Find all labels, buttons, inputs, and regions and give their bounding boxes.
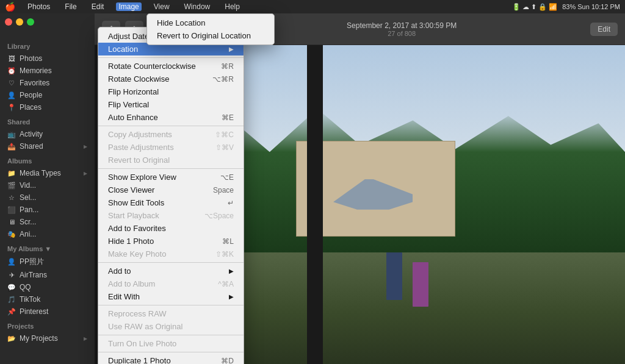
- photos-icon: 🖼: [7, 54, 16, 63]
- sidebar-item-people[interactable]: 👤 People: [0, 89, 95, 101]
- menu-add-to[interactable]: Add to ▶: [98, 265, 244, 277]
- menu-duplicate-photo[interactable]: Duplicate 1 Photo ⌘D: [98, 354, 244, 364]
- sidebar-item-pp[interactable]: 👤 PP照片: [0, 255, 95, 269]
- menu-add-to-album[interactable]: Add to Album ^⌘A: [98, 277, 244, 290]
- image-menu: Adjust Date and Time... Location ▶ Rotat…: [98, 27, 244, 364]
- menubar-file[interactable]: File: [62, 2, 79, 11]
- sidebar-item-animated[interactable]: 🎭 Ani...: [0, 228, 95, 240]
- projects-section-label: Projects: [0, 318, 95, 332]
- heart-icon: ♡: [7, 79, 16, 87]
- sidebar-item-qq[interactable]: 💬 QQ: [0, 281, 95, 293]
- sidebar-item-screenshots[interactable]: 🖥 Scr...: [0, 216, 95, 228]
- album-icon: 👤: [7, 258, 16, 266]
- sidebar-item-pinterest[interactable]: 📌 Pinterest: [0, 305, 95, 318]
- album-icon: 🎵: [7, 295, 16, 304]
- sidebar-item-label: Pinterest: [20, 307, 48, 316]
- battery-wifi-icons: 🔋 ☁ ⬆ 🔒 📶: [512, 3, 557, 11]
- menu-auto-enhance[interactable]: Auto Enhance ⌘E: [98, 111, 244, 124]
- menu-start-playback[interactable]: Start Playback ⌥Space: [98, 209, 244, 222]
- edit-button[interactable]: Edit: [590, 23, 618, 36]
- menu-item-label: Make Key Photo: [108, 249, 166, 259]
- sidebar-item-tiktok[interactable]: 🎵 TikTok: [0, 293, 95, 305]
- menu-use-raw[interactable]: Use RAW as Original: [98, 320, 244, 333]
- menu-live-photo[interactable]: Turn On Live Photo: [98, 337, 244, 350]
- menu-item-label: Show Edit Tools: [108, 198, 164, 207]
- sidebar-item-shared[interactable]: 📤 Shared: [0, 140, 95, 152]
- menu-make-key-photo[interactable]: Make Key Photo ⇧⌘K: [98, 248, 244, 260]
- sidebar-item-airtrans[interactable]: ✈ AirTrans: [0, 269, 95, 281]
- sidebar-item-panoramas[interactable]: ⬛ Pan...: [0, 204, 95, 216]
- sidebar-item-label: QQ: [20, 283, 31, 291]
- sidebar-item-label: Sel...: [20, 193, 36, 202]
- maximize-button[interactable]: [27, 18, 34, 26]
- menu-add-favorites[interactable]: Add to Favorites: [98, 222, 244, 235]
- submenu-revert-location[interactable]: Revert to Original Location: [147, 29, 274, 42]
- submenu-hide-location[interactable]: Hide Location: [147, 16, 274, 29]
- shared-icon: 📤: [7, 142, 16, 151]
- menubar-photos[interactable]: Photos: [25, 2, 52, 11]
- menu-copy-adjustments[interactable]: Copy Adjustments ⇧⌘C: [98, 128, 244, 141]
- close-button[interactable]: [5, 18, 12, 26]
- shortcut-label: ^⌘A: [218, 280, 234, 288]
- menu-hide-photo[interactable]: Hide 1 Photo ⌘L: [98, 235, 244, 248]
- shared-section-label: Shared: [0, 113, 95, 128]
- menubar-status: 🔋 ☁ ⬆ 🔒 📶 83% Sun 10:12 PM: [512, 3, 620, 11]
- menu-close-viewer[interactable]: Close Viewer Space: [98, 184, 244, 196]
- album-icon: 📌: [7, 307, 16, 316]
- menu-show-explore[interactable]: Show Explore View ⌥E: [98, 171, 244, 184]
- minimize-button[interactable]: [16, 18, 23, 26]
- sidebar-item-label: TikTok: [20, 295, 40, 304]
- menu-item-label: Paste Adjustments: [108, 143, 174, 152]
- menu-item-label: Turn On Live Photo: [108, 339, 176, 348]
- sidebar-item-photos[interactable]: 🖼 Photos: [0, 52, 95, 65]
- apple-menu[interactable]: 🍎: [5, 2, 15, 12]
- photo-person-1: [386, 252, 402, 300]
- menu-item-label: Rotate Clockwise: [108, 74, 169, 84]
- sidebar-item-my-projects[interactable]: 📂 My Projects: [0, 332, 95, 344]
- sidebar-item-label: Favorites: [20, 79, 49, 87]
- photo-count: 27 of 808: [388, 30, 416, 37]
- menu-item-label: Reprocess RAW: [108, 309, 167, 318]
- menu-item-label: Duplicate 1 Photo: [108, 356, 171, 364]
- menu-item-label: Add to Album: [108, 279, 155, 288]
- menu-rotate-ccw[interactable]: Rotate Counterclockwise ⌘R: [98, 60, 244, 73]
- sidebar-item-places[interactable]: 📍 Places: [0, 101, 95, 113]
- shortcut-label: ⇧⌘C: [215, 130, 234, 139]
- sidebar-item-memories[interactable]: ⏰ Memories: [0, 65, 95, 77]
- menu-edit-with[interactable]: Edit With ▶: [98, 290, 244, 303]
- menu-item-label: Add to Favorites: [108, 224, 166, 233]
- menu-show-edit-tools[interactable]: Show Edit Tools ↵: [98, 196, 244, 209]
- shortcut-label: ⌘D: [221, 357, 234, 365]
- video-icon: 🎬: [7, 181, 16, 190]
- menubar-help[interactable]: Help: [222, 2, 242, 11]
- sidebar-item-media-types[interactable]: 📁 Media Types: [0, 167, 95, 179]
- menu-rotate-cw[interactable]: Rotate Clockwise ⌥⌘R: [98, 73, 244, 85]
- photo-pillar: [307, 45, 323, 364]
- menu-item-label: Flip Vertical: [108, 100, 149, 109]
- sidebar-item-videos[interactable]: 🎬 Vid...: [0, 179, 95, 191]
- menu-flip-h[interactable]: Flip Horizontal: [98, 85, 244, 98]
- sidebar-item-label: AirTrans: [20, 271, 47, 279]
- sidebar-item-label: My Projects: [20, 334, 58, 343]
- library-section-label: Library: [0, 38, 95, 52]
- sidebar-item-activity[interactable]: 📺 Activity: [0, 128, 95, 140]
- selfie-icon: ☆: [7, 193, 16, 202]
- sidebar-item-selfies[interactable]: ☆ Sel...: [0, 191, 95, 204]
- sidebar-item-label: Memories: [20, 66, 52, 75]
- menu-item-label: Revert to Original Location: [157, 31, 251, 40]
- menu-separator: [98, 335, 244, 335]
- photo-person-2: [413, 262, 428, 307]
- menu-revert-original[interactable]: Revert to Original: [98, 154, 244, 166]
- menu-paste-adjustments[interactable]: Paste Adjustments ⇧⌘V: [98, 141, 244, 154]
- menubar-window[interactable]: Window: [182, 2, 213, 11]
- sidebar-item-favorites[interactable]: ♡ Favorites: [0, 77, 95, 89]
- photo-date: September 2, 2017 at 3:00:59 PM: [347, 21, 457, 30]
- menu-reprocess-raw[interactable]: Reprocess RAW: [98, 307, 244, 320]
- menubar-edit[interactable]: Edit: [89, 2, 107, 11]
- person-icon: 👤: [7, 91, 16, 99]
- menubar-view[interactable]: View: [151, 2, 172, 11]
- sidebar: Library 🖼 Photos ⏰ Memories ♡ Favorites …: [0, 13, 95, 364]
- menu-item-label: Location: [108, 45, 138, 54]
- menu-flip-v[interactable]: Flip Vertical: [98, 98, 244, 111]
- menubar-image[interactable]: Image: [116, 2, 141, 11]
